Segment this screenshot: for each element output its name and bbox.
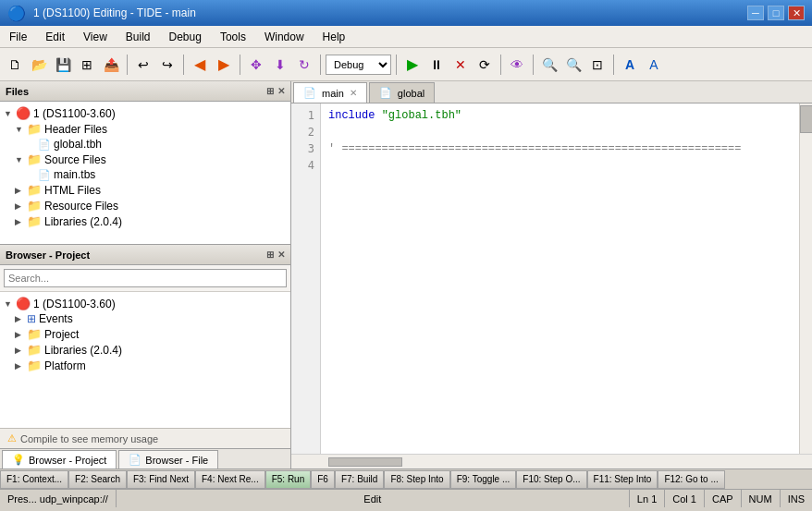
undo-button[interactable]: ↩ [132, 54, 154, 76]
zoom-in-button[interactable]: 🔍 [538, 54, 560, 76]
editor-tab-global[interactable]: 📄 global [369, 82, 435, 103]
tree-item-header-files[interactable]: ▼ 📁 Header Files [4, 121, 287, 137]
files-panel-header: Files ⊞ ✕ [0, 81, 290, 102]
export-button[interactable]: 📤 [100, 54, 122, 76]
reload-button[interactable]: ↻ [293, 54, 315, 76]
f5-button[interactable]: F5: Run [265, 470, 312, 489]
back-button[interactable]: ◀ [189, 54, 211, 76]
files-pin-button[interactable]: ⊞ [266, 86, 274, 96]
tree-item-global-tbh[interactable]: 📄 global.tbh [4, 137, 287, 152]
folder-icon-header: 📁 [27, 122, 42, 136]
tree-item-root[interactable]: ▼ 🔴 1 (DS1100-3.60) [4, 105, 287, 121]
folder-icon-browser-project: 📁 [27, 327, 42, 341]
forward-button[interactable]: ▶ [213, 54, 235, 76]
zoom-out-button[interactable]: 🔍 [562, 54, 584, 76]
tab-global-label: global [398, 88, 424, 99]
f6-button[interactable]: F6 [311, 470, 335, 489]
expand-events-icon: ▶ [15, 314, 24, 323]
tree-item-resource-files[interactable]: ▶ 📁 Resource Files [4, 198, 287, 213]
browser-label-platform: Platform [44, 359, 86, 372]
browser-search-input[interactable] [4, 269, 287, 287]
menu-edit[interactable]: Edit [36, 28, 74, 46]
tree-item-html-files[interactable]: ▶ 📁 HTML Files [4, 182, 287, 198]
zoom-reset-button[interactable]: ⊡ [586, 54, 609, 76]
code-line-2 [328, 124, 792, 140]
menu-tools[interactable]: Tools [211, 28, 255, 46]
f3-button[interactable]: F3: Find Next [127, 470, 195, 489]
redo-button[interactable]: ↪ [156, 54, 178, 76]
close-button[interactable]: ✕ [788, 6, 805, 20]
code-content[interactable]: include "global.tbh" ' =================… [321, 103, 799, 454]
tree-item-main-tbs[interactable]: 📄 main.tbs [4, 167, 287, 182]
status-cap: CAP [705, 490, 742, 507]
browser-tab-project[interactable]: 💡 Browser - Project [2, 450, 117, 468]
menu-window[interactable]: Window [255, 28, 314, 46]
goto-button[interactable]: ✥ [245, 54, 267, 76]
menu-build[interactable]: Build [117, 28, 160, 46]
fkey-bar: F1: Context... F2: Search F3: Find Next … [0, 468, 812, 489]
f1-button[interactable]: F1: Context... [0, 470, 68, 489]
browser-tree-project[interactable]: ▶ 📁 Project [4, 326, 287, 342]
keyword-include: include [328, 109, 375, 122]
editor-tab-main[interactable]: 📄 main ✕ [293, 82, 367, 103]
toolbar: 🗋 📂 💾 ⊞ 📤 ↩ ↪ ◀ ▶ ✥ ⬇ ↻ Debug Release ▶ … [0, 48, 812, 81]
tree-item-libraries[interactable]: ▶ 📁 Libraries (2.0.4) [4, 213, 287, 229]
menu-file[interactable]: File [0, 28, 36, 46]
f7-button[interactable]: F7: Build [335, 470, 384, 489]
download-button[interactable]: ⬇ [269, 54, 291, 76]
code-editor: 1 2 3 4 include "global.tbh" ' =========… [291, 103, 812, 454]
browser-tree-platform[interactable]: ▶ 📁 Platform [4, 358, 287, 373]
browser-pin-button[interactable]: ⊞ [266, 249, 274, 260]
browser-tree-libraries[interactable]: ▶ 📁 Libraries (2.0.4) [4, 342, 287, 358]
browser-tree-root[interactable]: ▼ 🔴 1 (DS1100-3.60) [4, 296, 287, 311]
run-button[interactable]: ▶ [401, 54, 424, 76]
browser-tab-file[interactable]: 📄 Browser - File [118, 450, 218, 468]
browser-label-libraries: Libraries (2.0.4) [44, 344, 122, 357]
status-bar: Pres... udp_winpcap:// Edit Ln 1 Col 1 C… [0, 489, 812, 507]
pause-button[interactable]: ⏸ [425, 54, 448, 76]
restart-button[interactable]: ⟳ [474, 54, 496, 76]
menu-debug[interactable]: Debug [160, 28, 211, 46]
font-button[interactable]: A [619, 54, 641, 76]
tree-label-resource-files: Resource Files [44, 200, 118, 213]
memory-bar: ⚠ Compile to see memory usage [0, 428, 290, 448]
watch-button[interactable]: 👁 [506, 54, 528, 76]
font-size-button[interactable]: A [643, 54, 665, 76]
browser-title-text: Browser - Project [6, 249, 90, 261]
line-numbers: 1 2 3 4 [291, 103, 321, 454]
tab-main-label: main [322, 88, 344, 99]
save-file-button[interactable]: 💾 [52, 54, 74, 76]
f8-button[interactable]: F8: Step Into [384, 470, 449, 489]
debug-mode-select[interactable]: Debug Release [326, 55, 391, 75]
menu-bar: File Edit View Build Debug Tools Window … [0, 26, 812, 48]
tab-main-close[interactable]: ✕ [350, 88, 357, 98]
browser-close-button[interactable]: ✕ [277, 249, 285, 260]
maximize-button[interactable]: □ [768, 6, 784, 20]
f9-button[interactable]: F9: Toggle ... [450, 470, 517, 489]
browser-tree-events[interactable]: ▶ ⊞ Events [4, 311, 287, 326]
f2-button[interactable]: F2: Search [68, 470, 127, 489]
sep4 [320, 55, 321, 75]
status-path-text: Pres... udp_winpcap:// [7, 493, 108, 505]
f12-button[interactable]: F12: Go to ... [658, 470, 724, 489]
folder-icon-source: 📁 [27, 152, 42, 166]
menu-view[interactable]: View [74, 28, 117, 46]
add-button[interactable]: ⊞ [76, 54, 98, 76]
folder-icon-html: 📁 [27, 183, 42, 197]
editor-scrollbar[interactable] [799, 103, 812, 454]
tree-item-source-files[interactable]: ▼ 📁 Source Files [4, 152, 287, 167]
browser-panel-title: Browser - Project [6, 249, 90, 261]
f11-button[interactable]: F11: Step Into [587, 470, 658, 489]
status-ins: INS [781, 490, 812, 507]
menu-help[interactable]: Help [314, 28, 355, 46]
events-icon: ⊞ [27, 312, 36, 325]
new-file-button[interactable]: 🗋 [4, 54, 26, 76]
f10-button[interactable]: F10: Step O... [516, 470, 586, 489]
files-close-button[interactable]: ✕ [277, 86, 285, 96]
minimize-button[interactable]: ─ [747, 6, 764, 20]
stop-button[interactable]: ✕ [449, 54, 472, 76]
status-line: Ln 1 [630, 490, 665, 507]
f4-button[interactable]: F4: Next Re... [195, 470, 265, 489]
horizontal-scrollbar[interactable] [291, 454, 812, 468]
open-file-button[interactable]: 📂 [28, 54, 50, 76]
